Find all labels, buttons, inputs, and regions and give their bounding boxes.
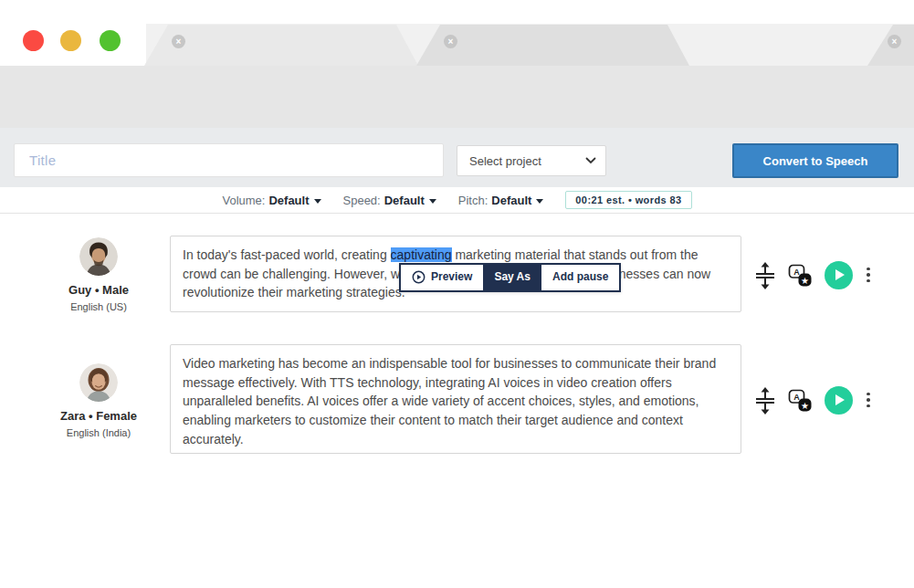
volume-value: Default [268, 194, 309, 207]
script-text: In today's fast-paced world, creating [183, 247, 391, 262]
voice-settings-row: Volume: Default Speed: Default Pitch: De… [0, 187, 914, 214]
script-textarea-zara[interactable]: Video marketing has become an indispensa… [170, 344, 741, 454]
preview-button[interactable]: Preview [401, 265, 483, 290]
pitch-value: Default [491, 194, 531, 207]
script-textarea-guy[interactable]: In today's fast-paced world, creating ca… [170, 236, 741, 312]
volume-label: Volume: [222, 194, 265, 207]
window-close-button[interactable] [23, 30, 44, 51]
window-zoom-button[interactable] [100, 30, 121, 51]
voice-panel-guy: Guy • Male English (US) [27, 237, 170, 312]
svg-text:★: ★ [801, 275, 809, 285]
more-options-icon[interactable] [865, 391, 872, 410]
caret-down-icon [314, 199, 321, 204]
translate-icon[interactable]: A ★ [788, 388, 813, 413]
svg-text:A: A [793, 268, 800, 277]
play-button[interactable] [825, 386, 853, 415]
tab-close-icon[interactable]: × [172, 35, 185, 48]
browser-tab-strip: × × × [0, 0, 914, 66]
avatar-zara[interactable] [79, 363, 118, 402]
voice-language: English (India) [67, 427, 131, 438]
row-actions-guy: A ★ [754, 259, 872, 290]
caret-down-icon [429, 199, 436, 204]
play-button[interactable] [825, 261, 853, 289]
pitch-dropdown[interactable]: Pitch: Default [458, 194, 544, 207]
avatar-guy[interactable] [79, 237, 118, 276]
selected-word: captivating [391, 247, 452, 262]
project-select-value: Select project [469, 154, 541, 168]
window-minimize-button[interactable] [60, 30, 81, 51]
tab-close-icon[interactable]: × [444, 35, 457, 48]
aivoov-app-window: × × × [0, 0, 914, 588]
play-icon [835, 269, 845, 280]
chevron-down-icon [585, 157, 596, 164]
browser-tab-2[interactable]: × [416, 25, 689, 66]
convert-to-speech-button[interactable]: Convert to Speech [732, 143, 898, 178]
caret-down-icon [536, 199, 543, 204]
speed-label: Speed: [343, 194, 381, 207]
browser-tab-1[interactable]: × [144, 25, 418, 66]
voice-name: Guy • Male [68, 283, 129, 297]
speed-dropdown[interactable]: Speed: Default [343, 194, 436, 207]
play-icon [835, 394, 845, 405]
svg-text:★: ★ [801, 400, 809, 410]
word-context-popup: Preview Say As Add pause [399, 263, 621, 292]
adjust-spacing-icon[interactable] [754, 259, 776, 290]
add-pause-button[interactable]: Add pause [541, 265, 619, 290]
project-select-dropdown[interactable]: Select project [457, 145, 606, 176]
tab-close-icon[interactable]: × [888, 35, 901, 48]
more-options-icon[interactable] [865, 266, 872, 285]
browser-navigation-bar: https://www.AiVOOV.com [0, 66, 914, 128]
script-text: Video marketing has become an indispensa… [183, 356, 716, 446]
browser-tab-3-partial[interactable]: × [867, 25, 914, 66]
voice-language: English (US) [70, 301, 127, 312]
title-input[interactable] [14, 143, 444, 177]
voice-name: Zara • Female [60, 409, 137, 423]
translate-icon[interactable]: A ★ [788, 263, 813, 288]
speed-value: Default [384, 194, 425, 207]
svg-text:A: A [793, 393, 800, 402]
pitch-label: Pitch: [458, 194, 489, 207]
row-actions-zara: A ★ [754, 384, 872, 415]
say-as-button[interactable]: Say As [483, 265, 541, 290]
play-circle-icon [412, 270, 425, 284]
volume-dropdown[interactable]: Volume: Default [222, 194, 320, 207]
voice-panel-zara: Zara • Female English (India) [27, 363, 170, 438]
adjust-spacing-icon[interactable] [754, 384, 776, 415]
duration-word-count-badge: 00:21 est. • words 83 [565, 191, 691, 209]
